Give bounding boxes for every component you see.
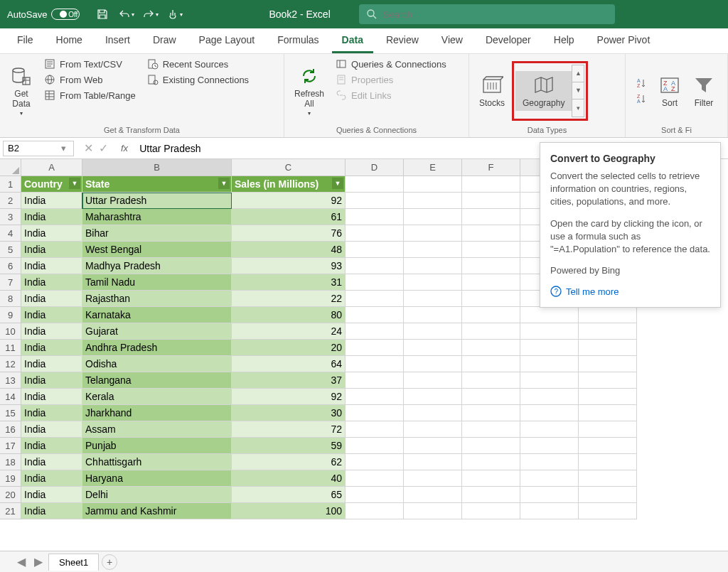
cell[interactable]: [404, 503, 462, 519]
cell[interactable]: [520, 503, 579, 519]
cell[interactable]: [520, 323, 579, 340]
cell[interactable]: [346, 323, 404, 340]
cell[interactable]: Maharashtra: [82, 209, 232, 225]
column-header-A[interactable]: A: [21, 159, 82, 176]
cell[interactable]: 76: [232, 225, 346, 242]
sort-button[interactable]: ZAAZ Sort: [654, 57, 685, 124]
datatype-down-button[interactable]: ▼: [572, 82, 584, 99]
cell[interactable]: [346, 454, 404, 470]
cell[interactable]: India: [21, 421, 82, 438]
cell[interactable]: 92: [232, 193, 346, 209]
tab-insert[interactable]: Insert: [95, 28, 140, 53]
cell[interactable]: [579, 323, 637, 340]
cell[interactable]: 61: [232, 209, 346, 225]
cell[interactable]: 24: [232, 323, 346, 340]
cell[interactable]: [462, 487, 520, 503]
cell[interactable]: [404, 487, 462, 503]
existing-connections-button[interactable]: Existing Connections: [143, 72, 253, 87]
tab-review[interactable]: Review: [376, 28, 429, 53]
tab-power-pivot[interactable]: Power Pivot: [587, 28, 660, 53]
cell[interactable]: Kerala: [82, 389, 232, 405]
filter-dropdown[interactable]: ▼: [69, 178, 80, 189]
refresh-all-button[interactable]: Refresh All ▾: [290, 57, 328, 124]
cell[interactable]: [404, 438, 462, 454]
cell[interactable]: [520, 340, 579, 356]
cell[interactable]: [520, 372, 579, 389]
cell[interactable]: 20: [232, 340, 346, 356]
tab-developer[interactable]: Developer: [476, 28, 541, 53]
cell[interactable]: India: [21, 193, 82, 209]
column-header-F[interactable]: F: [462, 159, 520, 176]
cell[interactable]: [404, 372, 462, 389]
select-all-corner[interactable]: [0, 159, 21, 176]
cell[interactable]: [404, 209, 462, 225]
cell[interactable]: [462, 405, 520, 421]
row-header[interactable]: 9: [0, 307, 21, 323]
cell[interactable]: [404, 193, 462, 209]
cell[interactable]: Haryana: [82, 470, 232, 487]
cell[interactable]: India: [21, 487, 82, 503]
cell[interactable]: [404, 454, 462, 470]
cell[interactable]: [404, 258, 462, 274]
sheet-nav-prev[interactable]: ◀: [14, 555, 28, 568]
cell[interactable]: 37: [232, 372, 346, 389]
cell[interactable]: India: [21, 405, 82, 421]
cell[interactable]: [346, 225, 404, 242]
cell[interactable]: India: [21, 323, 82, 340]
touch-mode-icon[interactable]: ▾: [165, 4, 185, 24]
cell[interactable]: [404, 225, 462, 242]
filter-dropdown[interactable]: ▼: [332, 178, 343, 189]
cell[interactable]: Tamil Nadu: [82, 274, 232, 291]
cell[interactable]: 62: [232, 454, 346, 470]
tab-help[interactable]: Help: [544, 28, 584, 53]
geography-datatype-button[interactable]: Geography: [515, 71, 572, 111]
cell[interactable]: West Bengal: [82, 242, 232, 258]
cell[interactable]: 59: [232, 438, 346, 454]
cell[interactable]: [462, 323, 520, 340]
cell[interactable]: 48: [232, 242, 346, 258]
cell[interactable]: Telangana: [82, 372, 232, 389]
cell[interactable]: [520, 405, 579, 421]
cell[interactable]: 40: [232, 470, 346, 487]
queries-connections-button[interactable]: Queries & Connections: [331, 57, 451, 71]
cell[interactable]: India: [21, 209, 82, 225]
recent-sources-button[interactable]: Recent Sources: [143, 57, 253, 71]
cell[interactable]: [346, 291, 404, 307]
cell[interactable]: Uttar Pradesh: [82, 193, 232, 209]
row-header[interactable]: 6: [0, 258, 21, 274]
row-header[interactable]: 4: [0, 225, 21, 242]
cell[interactable]: 93: [232, 258, 346, 274]
row-header[interactable]: 11: [0, 340, 21, 356]
cell[interactable]: 100: [232, 503, 346, 519]
cell[interactable]: [520, 307, 579, 323]
cell[interactable]: Jammu and Kashmir: [82, 503, 232, 519]
tab-draw[interactable]: Draw: [143, 28, 186, 53]
cell[interactable]: [346, 421, 404, 438]
row-header[interactable]: 13: [0, 372, 21, 389]
datatype-up-button[interactable]: ▲: [572, 65, 584, 82]
cell[interactable]: [579, 372, 637, 389]
cell[interactable]: [579, 503, 637, 519]
redo-icon[interactable]: ▾: [141, 4, 161, 24]
get-data-button[interactable]: Get Data ▾: [6, 57, 37, 124]
cell[interactable]: [579, 356, 637, 372]
tab-data[interactable]: Data: [332, 28, 373, 53]
cell[interactable]: [579, 405, 637, 421]
cell[interactable]: [346, 340, 404, 356]
cell[interactable]: India: [21, 470, 82, 487]
row-header[interactable]: 3: [0, 209, 21, 225]
cell[interactable]: 22: [232, 291, 346, 307]
cell[interactable]: [520, 389, 579, 405]
table-header-cell[interactable]: Country▼: [21, 176, 82, 193]
cell[interactable]: [520, 421, 579, 438]
row-header[interactable]: 5: [0, 242, 21, 258]
sheet-nav-next[interactable]: ▶: [31, 555, 46, 568]
cell[interactable]: [404, 421, 462, 438]
sort-asc-button[interactable]: AZ: [631, 76, 651, 90]
search-input[interactable]: [383, 9, 608, 20]
column-header-E[interactable]: E: [404, 159, 462, 176]
tab-file[interactable]: File: [7, 28, 43, 53]
cell[interactable]: Madhya Pradesh: [82, 258, 232, 274]
cell[interactable]: Chhattisgarh: [82, 454, 232, 470]
cell[interactable]: [579, 307, 637, 323]
